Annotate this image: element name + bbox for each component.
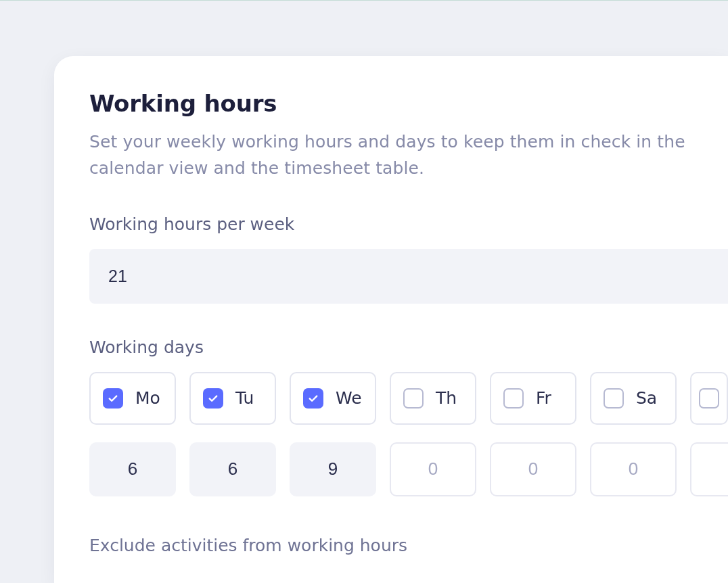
day-chip-we[interactable]: We <box>290 372 376 425</box>
day-hours-more[interactable] <box>690 442 728 496</box>
checkbox-icon <box>203 388 223 409</box>
day-label: Mo <box>135 388 160 408</box>
hours-per-week-label: Working hours per week <box>89 214 728 234</box>
day-chip-tu[interactable]: Tu <box>189 372 276 425</box>
section-title: Working hours <box>89 90 728 117</box>
day-label: Fr <box>536 388 551 408</box>
day-chip-more[interactable] <box>690 372 728 425</box>
working-days-label: Working days <box>89 337 728 357</box>
day-chip-th[interactable]: Th <box>390 372 476 425</box>
working-hours-card: Working hours Set your weekly working ho… <box>54 56 728 583</box>
day-label: Tu <box>235 388 254 408</box>
working-days-row: Mo Tu We Th <box>89 372 728 425</box>
section-description: Set your weekly working hours and days t… <box>89 129 719 182</box>
exclude-activities-label: Exclude activities from working hours <box>89 536 728 555</box>
hours-per-week-group: Working hours per week <box>89 214 728 304</box>
checkbox-icon <box>503 388 524 409</box>
day-hours-tu[interactable] <box>189 442 276 496</box>
checkbox-icon <box>303 388 323 409</box>
checkbox-icon <box>699 388 719 409</box>
day-chip-mo[interactable]: Mo <box>89 372 176 425</box>
day-label: Th <box>436 388 457 408</box>
checkbox-icon <box>403 388 424 409</box>
day-hours-sa[interactable] <box>590 442 677 496</box>
working-days-group: Working days Mo Tu <box>89 337 728 496</box>
settings-page: Working hours Set your weekly working ho… <box>0 0 728 583</box>
day-chip-fr[interactable]: Fr <box>490 372 576 425</box>
day-hours-th[interactable] <box>390 442 476 496</box>
hours-per-week-input[interactable] <box>89 249 728 304</box>
checkbox-icon <box>604 388 624 409</box>
day-hours-row <box>89 442 728 496</box>
day-label: Sa <box>636 388 657 408</box>
day-chip-sa[interactable]: Sa <box>590 372 677 425</box>
day-label: We <box>336 388 362 408</box>
checkbox-icon <box>103 388 123 409</box>
day-hours-we[interactable] <box>290 442 376 496</box>
day-hours-fr[interactable] <box>490 442 576 496</box>
day-hours-mo[interactable] <box>89 442 176 496</box>
